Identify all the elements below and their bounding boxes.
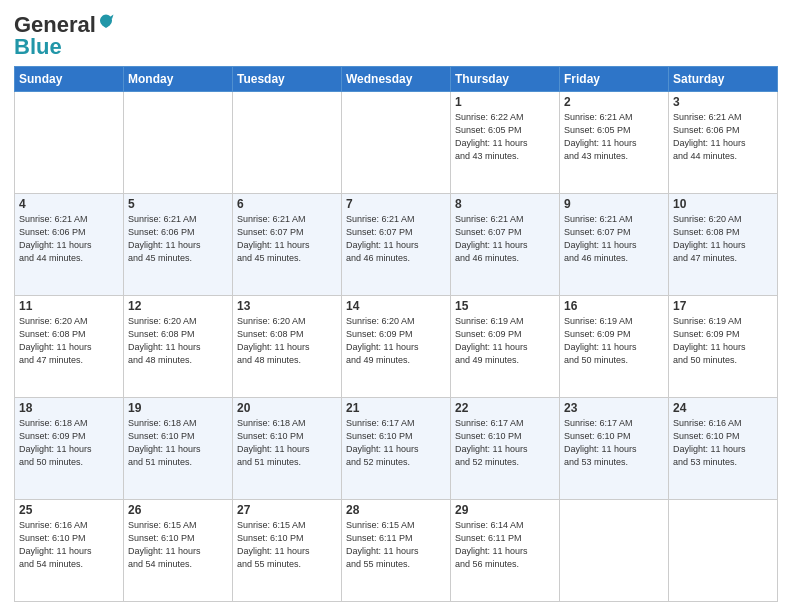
calendar-header-monday: Monday xyxy=(124,67,233,92)
calendar-header-friday: Friday xyxy=(560,67,669,92)
day-info: Sunrise: 6:21 AM Sunset: 6:07 PM Dayligh… xyxy=(237,213,337,265)
calendar-cell: 13Sunrise: 6:20 AM Sunset: 6:08 PM Dayli… xyxy=(233,296,342,398)
day-info: Sunrise: 6:20 AM Sunset: 6:08 PM Dayligh… xyxy=(19,315,119,367)
calendar-cell: 24Sunrise: 6:16 AM Sunset: 6:10 PM Dayli… xyxy=(669,398,778,500)
calendar-header-thursday: Thursday xyxy=(451,67,560,92)
day-info: Sunrise: 6:14 AM Sunset: 6:11 PM Dayligh… xyxy=(455,519,555,571)
calendar-cell: 18Sunrise: 6:18 AM Sunset: 6:09 PM Dayli… xyxy=(15,398,124,500)
day-number: 16 xyxy=(564,299,664,313)
calendar-cell: 3Sunrise: 6:21 AM Sunset: 6:06 PM Daylig… xyxy=(669,92,778,194)
logo-icon xyxy=(97,13,115,31)
calendar-cell: 6Sunrise: 6:21 AM Sunset: 6:07 PM Daylig… xyxy=(233,194,342,296)
day-info: Sunrise: 6:15 AM Sunset: 6:10 PM Dayligh… xyxy=(237,519,337,571)
day-number: 27 xyxy=(237,503,337,517)
calendar-cell: 29Sunrise: 6:14 AM Sunset: 6:11 PM Dayli… xyxy=(451,500,560,602)
day-number: 19 xyxy=(128,401,228,415)
day-number: 28 xyxy=(346,503,446,517)
day-info: Sunrise: 6:20 AM Sunset: 6:08 PM Dayligh… xyxy=(128,315,228,367)
day-number: 17 xyxy=(673,299,773,313)
day-info: Sunrise: 6:17 AM Sunset: 6:10 PM Dayligh… xyxy=(564,417,664,469)
day-info: Sunrise: 6:15 AM Sunset: 6:10 PM Dayligh… xyxy=(128,519,228,571)
day-number: 13 xyxy=(237,299,337,313)
day-info: Sunrise: 6:20 AM Sunset: 6:08 PM Dayligh… xyxy=(673,213,773,265)
day-number: 8 xyxy=(455,197,555,211)
calendar-cell: 4Sunrise: 6:21 AM Sunset: 6:06 PM Daylig… xyxy=(15,194,124,296)
calendar-cell: 17Sunrise: 6:19 AM Sunset: 6:09 PM Dayli… xyxy=(669,296,778,398)
day-info: Sunrise: 6:19 AM Sunset: 6:09 PM Dayligh… xyxy=(455,315,555,367)
calendar-header-tuesday: Tuesday xyxy=(233,67,342,92)
calendar-cell xyxy=(560,500,669,602)
day-number: 21 xyxy=(346,401,446,415)
calendar-cell: 16Sunrise: 6:19 AM Sunset: 6:09 PM Dayli… xyxy=(560,296,669,398)
day-info: Sunrise: 6:21 AM Sunset: 6:07 PM Dayligh… xyxy=(564,213,664,265)
calendar-cell: 9Sunrise: 6:21 AM Sunset: 6:07 PM Daylig… xyxy=(560,194,669,296)
logo: General Blue xyxy=(14,14,115,60)
day-number: 3 xyxy=(673,95,773,109)
day-number: 15 xyxy=(455,299,555,313)
day-info: Sunrise: 6:16 AM Sunset: 6:10 PM Dayligh… xyxy=(673,417,773,469)
day-number: 2 xyxy=(564,95,664,109)
calendar-cell: 23Sunrise: 6:17 AM Sunset: 6:10 PM Dayli… xyxy=(560,398,669,500)
calendar-header-saturday: Saturday xyxy=(669,67,778,92)
calendar-cell: 25Sunrise: 6:16 AM Sunset: 6:10 PM Dayli… xyxy=(15,500,124,602)
day-info: Sunrise: 6:20 AM Sunset: 6:08 PM Dayligh… xyxy=(237,315,337,367)
calendar-cell: 5Sunrise: 6:21 AM Sunset: 6:06 PM Daylig… xyxy=(124,194,233,296)
day-info: Sunrise: 6:19 AM Sunset: 6:09 PM Dayligh… xyxy=(673,315,773,367)
calendar-week-3: 18Sunrise: 6:18 AM Sunset: 6:09 PM Dayli… xyxy=(15,398,778,500)
day-number: 11 xyxy=(19,299,119,313)
calendar-cell: 11Sunrise: 6:20 AM Sunset: 6:08 PM Dayli… xyxy=(15,296,124,398)
day-number: 5 xyxy=(128,197,228,211)
calendar-cell: 22Sunrise: 6:17 AM Sunset: 6:10 PM Dayli… xyxy=(451,398,560,500)
logo-text: General xyxy=(14,14,96,36)
day-number: 23 xyxy=(564,401,664,415)
calendar-cell xyxy=(15,92,124,194)
calendar-cell: 12Sunrise: 6:20 AM Sunset: 6:08 PM Dayli… xyxy=(124,296,233,398)
day-number: 24 xyxy=(673,401,773,415)
day-number: 10 xyxy=(673,197,773,211)
day-number: 1 xyxy=(455,95,555,109)
day-number: 25 xyxy=(19,503,119,517)
calendar-week-4: 25Sunrise: 6:16 AM Sunset: 6:10 PM Dayli… xyxy=(15,500,778,602)
calendar-cell: 2Sunrise: 6:21 AM Sunset: 6:05 PM Daylig… xyxy=(560,92,669,194)
calendar-week-2: 11Sunrise: 6:20 AM Sunset: 6:08 PM Dayli… xyxy=(15,296,778,398)
day-info: Sunrise: 6:18 AM Sunset: 6:10 PM Dayligh… xyxy=(128,417,228,469)
day-info: Sunrise: 6:20 AM Sunset: 6:09 PM Dayligh… xyxy=(346,315,446,367)
day-number: 18 xyxy=(19,401,119,415)
header: General Blue xyxy=(14,10,778,60)
logo-blue: Blue xyxy=(14,34,62,60)
calendar-cell: 19Sunrise: 6:18 AM Sunset: 6:10 PM Dayli… xyxy=(124,398,233,500)
calendar-cell: 1Sunrise: 6:22 AM Sunset: 6:05 PM Daylig… xyxy=(451,92,560,194)
calendar-cell xyxy=(669,500,778,602)
calendar-cell: 21Sunrise: 6:17 AM Sunset: 6:10 PM Dayli… xyxy=(342,398,451,500)
calendar-header-wednesday: Wednesday xyxy=(342,67,451,92)
day-info: Sunrise: 6:17 AM Sunset: 6:10 PM Dayligh… xyxy=(346,417,446,469)
day-number: 22 xyxy=(455,401,555,415)
calendar-week-0: 1Sunrise: 6:22 AM Sunset: 6:05 PM Daylig… xyxy=(15,92,778,194)
calendar-cell: 15Sunrise: 6:19 AM Sunset: 6:09 PM Dayli… xyxy=(451,296,560,398)
day-number: 20 xyxy=(237,401,337,415)
day-number: 26 xyxy=(128,503,228,517)
calendar-header-sunday: Sunday xyxy=(15,67,124,92)
calendar-cell: 8Sunrise: 6:21 AM Sunset: 6:07 PM Daylig… xyxy=(451,194,560,296)
day-info: Sunrise: 6:18 AM Sunset: 6:10 PM Dayligh… xyxy=(237,417,337,469)
day-info: Sunrise: 6:21 AM Sunset: 6:05 PM Dayligh… xyxy=(564,111,664,163)
page: General Blue SundayMondayTuesdayWednesda… xyxy=(0,0,792,612)
day-info: Sunrise: 6:21 AM Sunset: 6:07 PM Dayligh… xyxy=(455,213,555,265)
day-number: 14 xyxy=(346,299,446,313)
day-number: 6 xyxy=(237,197,337,211)
calendar-cell: 27Sunrise: 6:15 AM Sunset: 6:10 PM Dayli… xyxy=(233,500,342,602)
day-number: 4 xyxy=(19,197,119,211)
day-number: 12 xyxy=(128,299,228,313)
day-info: Sunrise: 6:18 AM Sunset: 6:09 PM Dayligh… xyxy=(19,417,119,469)
calendar-cell: 7Sunrise: 6:21 AM Sunset: 6:07 PM Daylig… xyxy=(342,194,451,296)
day-info: Sunrise: 6:21 AM Sunset: 6:06 PM Dayligh… xyxy=(19,213,119,265)
calendar-cell xyxy=(233,92,342,194)
calendar-table: SundayMondayTuesdayWednesdayThursdayFrid… xyxy=(14,66,778,602)
calendar-cell: 28Sunrise: 6:15 AM Sunset: 6:11 PM Dayli… xyxy=(342,500,451,602)
calendar-week-1: 4Sunrise: 6:21 AM Sunset: 6:06 PM Daylig… xyxy=(15,194,778,296)
day-info: Sunrise: 6:15 AM Sunset: 6:11 PM Dayligh… xyxy=(346,519,446,571)
calendar-header-row: SundayMondayTuesdayWednesdayThursdayFrid… xyxy=(15,67,778,92)
day-info: Sunrise: 6:16 AM Sunset: 6:10 PM Dayligh… xyxy=(19,519,119,571)
calendar-cell: 10Sunrise: 6:20 AM Sunset: 6:08 PM Dayli… xyxy=(669,194,778,296)
day-info: Sunrise: 6:22 AM Sunset: 6:05 PM Dayligh… xyxy=(455,111,555,163)
